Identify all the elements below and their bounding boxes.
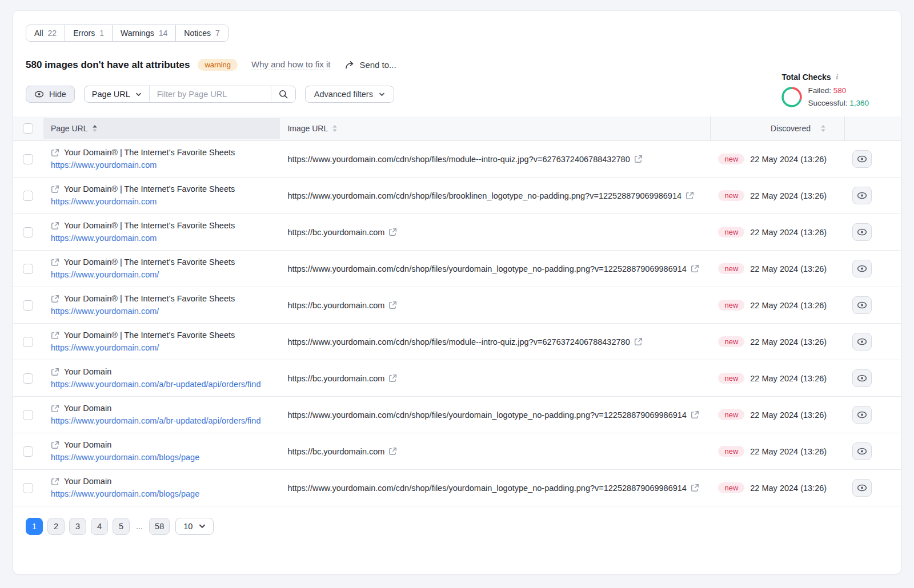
view-details-button[interactable] <box>852 260 872 277</box>
image-url-text: https://www.yourdomain.com/cdn/shop/file… <box>287 191 682 200</box>
page-url-link[interactable]: https://www.yourdomain.com/a/br-updated/… <box>51 415 274 427</box>
page-size-select[interactable]: 10 <box>175 518 214 535</box>
eye-icon <box>34 91 44 98</box>
page-url-column-label: Page URL <box>51 124 88 133</box>
eye-icon <box>857 228 867 236</box>
filter-input[interactable] <box>150 86 271 102</box>
page-url-link[interactable]: https://www.yourdomain.com/a/br-updated/… <box>51 378 274 390</box>
row-checkbox[interactable] <box>23 264 33 274</box>
page-button-1[interactable]: 1 <box>26 518 43 535</box>
view-details-button[interactable] <box>852 406 872 424</box>
external-link-icon[interactable] <box>51 295 59 303</box>
view-details-button[interactable] <box>852 223 872 241</box>
page-button-5[interactable]: 5 <box>113 518 130 535</box>
warning-badge: warning <box>198 59 238 71</box>
external-link-icon[interactable] <box>51 368 59 376</box>
table-row: Your Domain® | The Internet's Favorite S… <box>13 214 901 251</box>
page-url-link[interactable]: https://www.yourdomain.com/blogs/page <box>51 452 274 464</box>
view-details-button[interactable] <box>852 187 872 204</box>
view-details-button[interactable] <box>852 333 872 351</box>
page-url-link[interactable]: https://www.yourdomain.com/ <box>51 305 274 317</box>
table-row: Your Domain® | The Internet's Favorite S… <box>13 141 901 178</box>
external-link-icon[interactable] <box>388 374 397 382</box>
sort-icon <box>92 124 98 132</box>
sort-icon <box>820 124 826 132</box>
view-details-button[interactable] <box>852 442 872 460</box>
external-link-icon[interactable] <box>388 228 397 236</box>
external-link-icon[interactable] <box>388 301 397 309</box>
external-link-icon[interactable] <box>388 447 397 456</box>
send-to-button[interactable]: Send to... <box>345 60 396 70</box>
column-header-page-url[interactable]: Page URL <box>43 118 280 139</box>
tab-notices[interactable]: Notices 7 <box>176 25 227 41</box>
page-url-link[interactable]: https://www.yourdomain.com/ <box>51 269 274 281</box>
pagination: 12345 ... 58 10 <box>26 518 888 535</box>
tab-errors[interactable]: Errors 1 <box>65 25 113 41</box>
column-header-discovered[interactable]: Discovered <box>711 116 845 140</box>
view-details-button[interactable] <box>852 150 872 168</box>
row-checkbox[interactable] <box>23 483 33 493</box>
row-checkbox[interactable] <box>23 154 33 164</box>
tab-warnings[interactable]: Warnings 14 <box>113 25 176 41</box>
page-url-link[interactable]: https://www.yourdomain.com/blogs/page <box>51 488 274 500</box>
page-title-text: Your Domain® | The Internet's Favorite S… <box>64 329 235 341</box>
info-icon[interactable]: i <box>836 73 839 82</box>
last-page-button[interactable]: 58 <box>149 518 170 535</box>
external-link-icon[interactable] <box>51 221 59 230</box>
external-link-icon[interactable] <box>51 477 59 486</box>
external-link-icon[interactable] <box>51 148 59 157</box>
row-checkbox[interactable] <box>23 373 33 384</box>
eye-icon <box>857 411 867 418</box>
external-link-icon[interactable] <box>691 264 699 273</box>
filter-field-dropdown[interactable]: Page URL <box>85 86 150 102</box>
column-header-image-url[interactable]: Image URL <box>280 116 711 140</box>
table-body: Your Domain® | The Internet's Favorite S… <box>13 141 901 506</box>
why-how-to-fix-link[interactable]: Why and how to fix it <box>251 59 330 70</box>
eye-icon <box>857 265 867 272</box>
select-all-checkbox[interactable] <box>23 123 33 134</box>
tab-all[interactable]: All 22 <box>26 25 65 41</box>
page-button-3[interactable]: 3 <box>69 518 86 535</box>
external-link-icon[interactable] <box>51 185 59 194</box>
discovered-date: 22 May 2024 (13:26) <box>750 484 827 493</box>
external-link-icon[interactable] <box>51 404 59 413</box>
page-url-link[interactable]: https://www.yourdomain.com <box>51 159 274 171</box>
view-details-button[interactable] <box>852 296 872 314</box>
discovered-date: 22 May 2024 (13:26) <box>750 374 827 383</box>
issues-table: Page URL Image URL Discovered Yo <box>13 116 901 506</box>
row-checkbox[interactable] <box>23 300 33 311</box>
page-button-2[interactable]: 2 <box>47 518 65 535</box>
external-link-icon[interactable] <box>691 410 699 419</box>
chevron-down-icon <box>379 92 385 96</box>
external-link-icon[interactable] <box>691 484 699 492</box>
external-link-icon[interactable] <box>634 337 643 346</box>
new-badge: new <box>718 373 744 384</box>
table-row: Your Domain https://www.yourdomain.com/a… <box>13 397 901 433</box>
page-title-text: Your Domain <box>64 439 111 451</box>
advanced-filters-button[interactable]: Advanced filters <box>305 86 394 103</box>
tab-errors-label: Errors <box>73 29 95 38</box>
external-link-icon[interactable] <box>51 258 59 267</box>
failed-value: 580 <box>833 86 847 95</box>
page-url-link[interactable]: https://www.yourdomain.com <box>51 196 274 208</box>
tab-warnings-label: Warnings <box>121 29 154 38</box>
external-link-icon[interactable] <box>634 155 643 163</box>
discovered-date: 22 May 2024 (13:26) <box>750 410 827 420</box>
search-button[interactable] <box>271 86 295 102</box>
new-badge: new <box>718 263 744 274</box>
external-link-icon[interactable] <box>51 331 59 340</box>
external-link-icon[interactable] <box>51 441 59 449</box>
page-url-link[interactable]: https://www.yourdomain.com <box>51 232 274 244</box>
view-details-button[interactable] <box>852 479 872 497</box>
view-details-button[interactable] <box>852 369 872 387</box>
row-checkbox[interactable] <box>23 410 33 420</box>
page-button-4[interactable]: 4 <box>91 518 108 535</box>
row-checkbox[interactable] <box>23 337 33 347</box>
row-checkbox[interactable] <box>23 227 33 237</box>
page-url-link[interactable]: https://www.yourdomain.com/ <box>51 342 274 354</box>
eye-icon <box>857 448 867 455</box>
row-checkbox[interactable] <box>23 191 33 201</box>
row-checkbox[interactable] <box>23 446 33 457</box>
hide-columns-button[interactable]: Hide <box>26 86 75 103</box>
external-link-icon[interactable] <box>686 191 694 200</box>
